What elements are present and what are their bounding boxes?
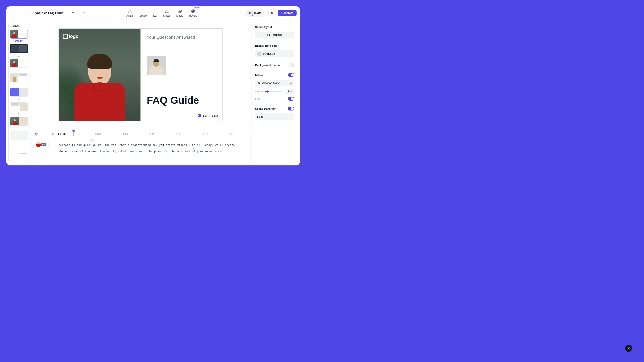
- svg-rect-1: [142, 10, 144, 13]
- scene-thumb-2[interactable]: [10, 44, 28, 53]
- clock-icon[interactable]: [35, 132, 38, 136]
- redo-button[interactable]: [80, 10, 87, 17]
- properties-panel: Scene layout Replace Background color #D…: [252, 22, 298, 163]
- scene-thumb-5[interactable]: [10, 88, 28, 97]
- generate-button[interactable]: Generate: [278, 10, 296, 16]
- scene-label: 7: [10, 127, 28, 130]
- voice-avatar-icon: [36, 142, 41, 147]
- refresh-icon: [267, 34, 270, 37]
- current-time: 00:00: [58, 133, 66, 136]
- tool-shape[interactable]: Shape: [163, 9, 170, 17]
- tool-text[interactable]: Text: [153, 9, 157, 17]
- bg-media-label: Background media: [255, 64, 280, 67]
- scene-label: 2: [10, 55, 28, 57]
- tool-avatar[interactable]: Avatar: [126, 9, 134, 17]
- sync-icon[interactable]: [236, 10, 243, 17]
- volume-value[interactable]: 18%: [284, 89, 294, 94]
- scene-label: 4: [10, 84, 28, 86]
- divider: [20, 11, 20, 16]
- video-canvas[interactable]: logo Your Questions Answered FAQ Guide s…: [58, 29, 222, 121]
- bg-color-label: Background color: [255, 44, 294, 47]
- menu-icon[interactable]: [23, 10, 30, 17]
- top-bar: Synthesia FAQ Guide Avatar Space Text: [6, 6, 300, 20]
- scene-thumb-8[interactable]: [10, 131, 28, 140]
- project-title[interactable]: Synthesia FAQ Guide: [34, 11, 63, 15]
- divider: [67, 11, 67, 16]
- chevron-right-icon: [46, 143, 49, 146]
- media-icon: [178, 9, 182, 14]
- music-toggle[interactable]: [288, 73, 294, 77]
- transition-label: Scene transition: [255, 107, 276, 110]
- scene-thumb-1[interactable]: [10, 30, 28, 39]
- scene-label: SCENE 1: [10, 40, 28, 43]
- tool-space[interactable]: Space: [140, 9, 147, 17]
- canvas-title[interactable]: FAQ Guide: [147, 95, 199, 106]
- secondary-avatar[interactable]: [147, 56, 166, 75]
- chevron-down-icon: ⌄: [290, 82, 292, 85]
- scene-thumb-7[interactable]: [10, 117, 28, 126]
- script-text[interactable]: Welcome to our quick guide, the tool tha…: [59, 142, 246, 155]
- scenes-title: Scenes: [10, 24, 28, 28]
- pause-marker-icon[interactable]: [91, 139, 94, 142]
- bg-color-input[interactable]: #D6D6D6: [255, 50, 294, 57]
- tool-media[interactable]: Media: [176, 9, 183, 17]
- voice-settings-icon[interactable]: [42, 132, 45, 136]
- canvas-area: logo Your Questions Answered FAQ Guide s…: [32, 22, 250, 128]
- scenes-panel: Scenes SCENE 1 2 3 4 5 6 7: [8, 22, 30, 163]
- invite-button[interactable]: M Invite: [246, 10, 264, 17]
- music-track-select[interactable]: Vacation Mode ⌄: [255, 80, 294, 86]
- add-scene-button[interactable]: [10, 153, 28, 161]
- scene-label: 3: [10, 69, 28, 72]
- panel-title: Scene layout: [255, 26, 294, 29]
- preview-play-button[interactable]: [268, 10, 276, 17]
- main-avatar[interactable]: [74, 49, 125, 121]
- transition-select[interactable]: Fade ⌄: [255, 113, 294, 120]
- brand-watermark: synthesia: [198, 114, 218, 117]
- new-badge: NEW: [194, 6, 200, 9]
- avatar-icon: [128, 9, 132, 14]
- loop-toggle[interactable]: [288, 97, 294, 101]
- playhead-marker[interactable]: [72, 130, 75, 132]
- back-button[interactable]: [10, 10, 16, 17]
- svg-point-8: [259, 83, 260, 84]
- scene-thumb-4[interactable]: [10, 73, 28, 82]
- volume-label: Volume: [255, 90, 263, 93]
- logo-overlay[interactable]: logo: [63, 34, 78, 39]
- svg-point-5: [192, 10, 194, 12]
- transition-toggle[interactable]: [288, 107, 294, 111]
- scene-label: 5: [10, 98, 28, 101]
- space-icon: [141, 9, 146, 14]
- timeline-play-button[interactable]: [51, 132, 55, 136]
- timeline-panel: 00:00 0 00:04 00:08 00:12 00:16 00:21 00…: [32, 130, 250, 163]
- text-icon: [153, 9, 157, 14]
- scene-thumb-6[interactable]: [10, 102, 28, 111]
- svg-point-0: [129, 10, 131, 11]
- chevron-down-icon: ⌄: [290, 115, 292, 118]
- bg-media-toggle[interactable]: [288, 63, 294, 67]
- loop-label: Loop: [255, 98, 260, 100]
- scene-label: 6: [10, 113, 28, 115]
- svg-point-7: [258, 84, 258, 84]
- user-avatar: M: [248, 11, 252, 15]
- volume-slider[interactable]: [265, 91, 282, 92]
- tool-record[interactable]: NEW Record: [189, 9, 197, 17]
- replace-layout-button[interactable]: Replace: [255, 32, 294, 38]
- timeline-ruler[interactable]: 0 00:04 00:08 00:12 00:16 00:21 00:25: [73, 130, 246, 138]
- shape-icon: [164, 9, 169, 14]
- script-voice-selector[interactable]: EN: [36, 142, 50, 148]
- music-label: Music: [255, 74, 263, 77]
- record-icon: [191, 9, 196, 14]
- canvas-subtitle[interactable]: Your Questions Answered: [147, 35, 216, 40]
- language-chip: EN: [41, 143, 46, 146]
- scene-thumb-3[interactable]: [10, 59, 28, 68]
- color-swatch: [257, 52, 262, 56]
- undo-button[interactable]: [70, 10, 77, 17]
- music-icon: [257, 82, 260, 85]
- divider: [266, 11, 266, 16]
